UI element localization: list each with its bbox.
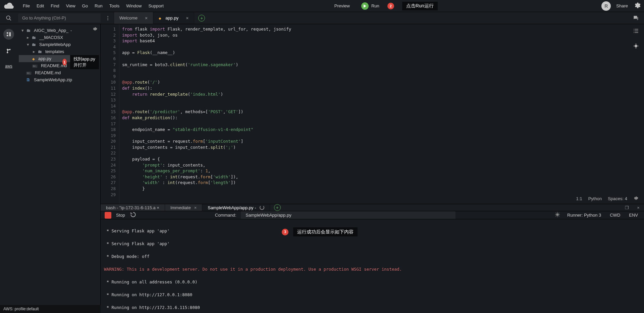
source-control-icon[interactable] (3, 46, 14, 56)
close-icon[interactable]: × (194, 205, 197, 210)
language-mode[interactable]: Python (588, 196, 602, 201)
console-output[interactable]: * Serving Flask app 'app' * Serving Flas… (101, 219, 644, 313)
chevron-down-icon (26, 42, 30, 47)
tree-item-label: SampleWebApp.zip (34, 77, 72, 82)
run-label: Run (371, 3, 379, 8)
tree-root-dash: - (70, 28, 72, 33)
folder-icon (32, 42, 37, 47)
outline-icon[interactable] (633, 28, 639, 35)
run-toolbar: Stop Command: SampleWebApp/app.py Runner… (101, 211, 644, 219)
restart-icon[interactable] (130, 211, 137, 219)
console-line: * Serving Flask app 'app' (104, 241, 170, 246)
callout-3-badge: 3 (282, 229, 288, 235)
svg-point-1 (635, 45, 637, 47)
right-icon-rail (628, 24, 644, 50)
collaborate-icon[interactable] (628, 12, 644, 24)
bottom-tab-bash-label: bash - "ip-172-31-6-115.a × (106, 205, 159, 210)
console-line: * Running on http://172.31.6.115:8080 (104, 305, 200, 310)
aws-label[interactable]: aws (5, 64, 12, 69)
tree-item-samplewebapp[interactable]: SampleWebApp (19, 41, 99, 48)
stop-icon[interactable] (105, 212, 111, 219)
menu-support[interactable]: Support (145, 1, 167, 10)
folder-icon (38, 49, 43, 54)
main-area: aws AIGC_Web_App_ - __MACOSXSampleWebApp… (0, 24, 644, 305)
stop-label[interactable]: Stop (116, 213, 125, 218)
chevron-right-icon (32, 49, 36, 54)
bug-icon[interactable] (554, 212, 560, 219)
env-button[interactable]: ENV (627, 213, 640, 218)
indent-setting[interactable]: Spaces: 4 (608, 196, 627, 201)
tree-item-app-py[interactable]: app.py1找到app.py并打开 (19, 55, 99, 62)
cloud9-logo-icon[interactable] (3, 2, 15, 10)
callout-1: 1找到app.py并打开 (62, 55, 99, 69)
tree-item-samplewebapp-zip[interactable]: SampleWebApp.zip (19, 76, 99, 83)
code-editor[interactable]: 1234567891011121314151617181920212223242… (101, 24, 644, 204)
add-tab-button[interactable]: + (198, 15, 205, 21)
tree-root[interactable]: AIGC_Web_App_ - (19, 27, 99, 34)
command-value[interactable]: SampleWebApp/app.py (241, 211, 455, 219)
line-gutter: 1234567891011121314151617181920212223242… (101, 24, 119, 204)
console-line: * Running on all addresses (0.0.0.0) (104, 279, 197, 284)
menu-window[interactable]: Window (123, 1, 145, 10)
tree-item-label: README.md (35, 70, 61, 75)
menu-tools[interactable]: Tools (106, 1, 123, 10)
menu-run[interactable]: Run (91, 1, 106, 10)
editor-gear-icon[interactable] (633, 195, 639, 202)
aws-profile-status[interactable]: AWS: profile:default (3, 307, 39, 311)
cwd-button[interactable]: CWD (608, 213, 622, 218)
tab-menu-icon[interactable] (102, 12, 114, 24)
debugger-icon[interactable] (633, 43, 639, 50)
avatar[interactable]: R (601, 1, 611, 11)
preview-button[interactable]: Preview (331, 1, 353, 10)
editor-tab-bar: Welcome × app.py × + (102, 12, 628, 24)
maximize-panel-icon[interactable]: ❐ (621, 204, 633, 211)
menu-go[interactable]: Go (79, 1, 91, 10)
code-area[interactable]: from flask import Flask, render_template… (119, 24, 644, 204)
spinner-icon (260, 205, 264, 210)
tree-item-label: app.py (38, 56, 51, 61)
command-label: Command: (215, 213, 236, 218)
menu-view[interactable]: View (63, 1, 79, 10)
bottom-tab-immediate[interactable]: Immediate × (165, 204, 202, 211)
bottom-tab-running[interactable]: SampleWebApp/app.py - (202, 204, 270, 211)
menu-file[interactable]: File (19, 1, 33, 10)
close-icon[interactable]: × (145, 15, 148, 21)
bottom-tab-bash[interactable]: bash - "ip-172-31-6-115.a × (101, 204, 165, 211)
bottom-tab-immediate-label: Immediate (170, 205, 191, 210)
callout-3: 3 运行成功后会显示如下内容 (282, 227, 358, 236)
chevron-right-icon (26, 35, 30, 40)
goto-anything-input[interactable]: Go to Anything (Ctrl-P) (18, 13, 101, 23)
close-icon[interactable]: × (186, 15, 189, 21)
tree-item-readme-md[interactable]: README.md (19, 69, 99, 76)
runner-button[interactable]: Runner: Python 3 (565, 213, 603, 218)
tree-item-templates[interactable]: templates (19, 48, 99, 55)
search-icon[interactable] (0, 12, 17, 24)
left-icon-rail: aws (0, 24, 17, 305)
callout-2-badge: 2 (387, 3, 394, 9)
callout-2-text: 点击Run运行 (402, 2, 438, 10)
tree-item-__macosx[interactable]: __MACOSX (19, 34, 99, 41)
console-line: * Running on http://127.0.0.1:8080 (104, 292, 192, 297)
second-bar: Go to Anything (Ctrl-P) Welcome × app.py… (0, 12, 644, 24)
cursor-position[interactable]: 1:1 (576, 196, 582, 201)
close-panel-icon[interactable]: × (633, 204, 644, 211)
menu-find[interactable]: Find (47, 1, 62, 10)
top-menu-bar: File Edit Find View Go Run Tools Window … (0, 0, 644, 12)
run-button[interactable]: Run (361, 2, 379, 10)
topbar-center: Preview Run 2 点击Run运行 (168, 1, 600, 10)
tab-welcome[interactable]: Welcome × (114, 12, 153, 24)
callout-1-badge: 1 (62, 59, 67, 65)
tree-settings-icon[interactable] (92, 26, 98, 33)
settings-gear-icon[interactable] (633, 2, 641, 10)
add-bottom-tab-button[interactable]: + (274, 204, 281, 211)
tab-app-py[interactable]: app.py × (153, 12, 194, 24)
share-button[interactable]: Share (616, 3, 628, 8)
console-line: * Serving Flask app 'app' (104, 228, 170, 233)
tree-item-label: __MACOSX (39, 35, 63, 40)
environment-icon[interactable] (3, 29, 14, 40)
chevron-down-icon (21, 28, 24, 33)
play-icon (361, 2, 369, 10)
callout-1-text: 找到app.py并打开 (70, 55, 99, 69)
menu-edit[interactable]: Edit (33, 1, 47, 10)
svg-point-0 (556, 213, 559, 216)
